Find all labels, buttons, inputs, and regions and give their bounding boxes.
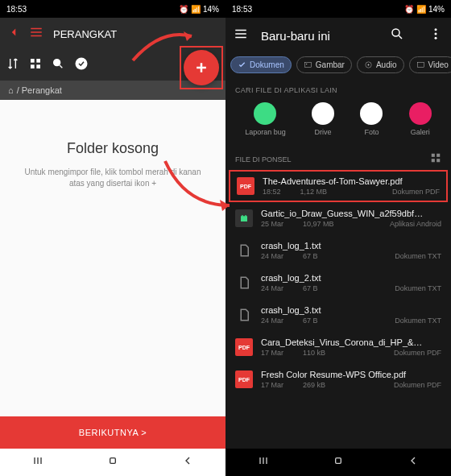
empty-subtitle: Untuk mengimpor file, klik tombol merah … <box>0 167 226 189</box>
search-icon[interactable] <box>390 27 404 44</box>
file-row[interactable]: PDF Cara_Deteksi_Virus_Corona_di_HP_&… 1… <box>226 331 451 363</box>
right-title: Baru-baru ini <box>261 29 377 43</box>
svg-rect-1 <box>36 59 40 63</box>
menu-icon[interactable] <box>29 25 43 43</box>
next-button[interactable]: BERIKUTNYA > <box>0 416 226 449</box>
svg-point-4 <box>54 60 60 66</box>
nav-home-icon[interactable] <box>106 454 119 470</box>
android-navbar <box>0 449 226 476</box>
left-header: PERANGKAT <box>0 18 226 50</box>
right-header: Baru-baru ini <box>226 18 451 53</box>
home-icon: ⌂ <box>8 85 14 95</box>
search-icon[interactable] <box>52 57 64 73</box>
app-laporan bug[interactable]: Laporan bug <box>245 102 286 136</box>
phone-right: 18:53 ⏰ 📶14% Baru-baru ini DokumenGambar… <box>226 0 451 476</box>
filter-chips: DokumenGambarAudioVideo <box>226 53 451 77</box>
svg-rect-3 <box>36 64 40 68</box>
nav-recent-icon[interactable] <box>257 454 270 470</box>
file-row[interactable]: crash_log_3.txt 24 Mar67 BDokumen TXT <box>226 299 451 331</box>
svg-point-14 <box>368 64 370 66</box>
svg-point-7 <box>392 29 399 36</box>
file-row[interactable]: crash_log_1.txt 24 Mar67 BDokumen TXT <box>226 234 451 267</box>
svg-rect-11 <box>304 62 311 67</box>
svg-rect-0 <box>31 59 35 63</box>
svg-point-5 <box>76 58 88 70</box>
nav-back-icon[interactable] <box>407 454 420 470</box>
grid-icon[interactable] <box>29 57 42 73</box>
empty-state: Folder kosong Untuk mengimpor file, klik… <box>0 100 226 416</box>
svg-point-8 <box>435 28 437 31</box>
svg-rect-15 <box>417 62 424 67</box>
svg-rect-6 <box>110 458 116 464</box>
phone-left: 18:53 ⏰ 📶14% PERANGKAT ⌂ / Perangkat Fol… <box>0 0 226 476</box>
breadcrumb-path: / Perangkat <box>17 85 62 95</box>
nav-back-icon[interactable] <box>181 454 194 470</box>
chip-video[interactable]: Video <box>409 56 451 73</box>
svg-rect-20 <box>336 458 341 464</box>
file-row[interactable]: Gartic_io_Draw_Guess_WIN_a2f59dbf… 25 Ma… <box>226 202 451 234</box>
svg-rect-2 <box>31 64 35 68</box>
file-row[interactable]: crash_log_2.txt 24 Mar67 BDokumen TXT <box>226 267 451 299</box>
svg-point-12 <box>306 64 307 64</box>
chip-gambar[interactable]: Gambar <box>296 56 352 73</box>
svg-point-9 <box>435 33 437 35</box>
sort-icon[interactable] <box>6 57 19 73</box>
more-icon[interactable] <box>428 27 443 44</box>
back-icon[interactable] <box>6 25 21 43</box>
section-apps-label: CARI FILE DI APLIKASI LAIN <box>226 77 451 99</box>
svg-point-10 <box>435 37 437 39</box>
app-galeri[interactable]: Galeri <box>409 102 432 136</box>
svg-rect-16 <box>432 154 435 157</box>
section-files-header: FILE DI PONSEL <box>226 143 451 170</box>
left-toolbar <box>0 50 226 81</box>
app-foto[interactable]: Foto <box>360 102 383 136</box>
status-time: 18:53 <box>6 5 27 14</box>
file-list: PDF The-Adventures-of-Tom-Sawyer.pdf 18:… <box>226 170 451 449</box>
statusbar-r: 18:53 ⏰ 📶14% <box>226 0 451 18</box>
section-files-label: FILE DI PONSEL <box>235 155 292 163</box>
empty-title: Folder kosong <box>67 140 159 157</box>
file-row[interactable]: PDF Fresh Color Resume-WPS Office.pdf 17… <box>226 363 451 395</box>
app-drive[interactable]: Drive <box>312 102 334 136</box>
nav-home-icon[interactable] <box>332 454 345 470</box>
svg-rect-18 <box>432 159 435 162</box>
highlight-box-fab <box>180 46 223 89</box>
app-list: Laporan bugDriveFotoGaleri <box>226 99 451 143</box>
svg-rect-17 <box>437 154 440 157</box>
check-icon[interactable] <box>74 56 89 74</box>
chip-audio[interactable]: Audio <box>357 56 404 73</box>
android-navbar-r <box>226 449 451 476</box>
statusbar: 18:53 ⏰ 📶14% <box>0 0 226 18</box>
menu-icon[interactable] <box>234 27 248 44</box>
chip-dokumen[interactable]: Dokumen <box>230 56 292 73</box>
left-title: PERANGKAT <box>53 28 117 40</box>
nav-recent-icon[interactable] <box>31 454 44 470</box>
svg-rect-19 <box>437 159 440 162</box>
file-row[interactable]: PDF The-Adventures-of-Tom-Sawyer.pdf 18:… <box>229 170 448 202</box>
status-right: ⏰ 📶14% <box>179 5 219 14</box>
grid-toggle-icon[interactable] <box>430 152 441 167</box>
